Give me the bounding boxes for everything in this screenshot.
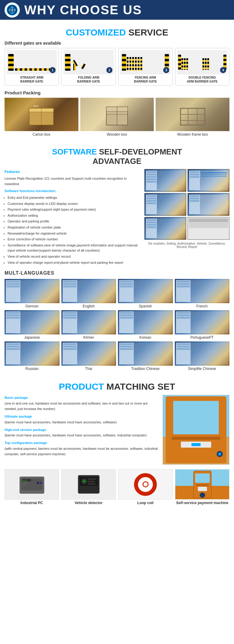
lang-image-thai [61, 341, 116, 366]
page-title: WHY CHOOSE US [24, 3, 142, 17]
lang-image-japanese [5, 310, 60, 334]
gate-label-4: DOUBLE FENCINGARM BARRIER GATE [177, 76, 227, 83]
svg-point-31 [83, 480, 85, 483]
matching-section: PRODUCT MATCHING SET Basic package (one … [0, 374, 234, 508]
gate-num-1: 1 [50, 67, 56, 73]
packing-label-2: Wooden box [80, 132, 154, 137]
software-content: Features License Plate Recognition 121 c… [5, 169, 229, 266]
svg-text:golden: golden [22, 484, 26, 486]
lang-image-russian [5, 341, 60, 366]
matching-title-highlight: PRODUCT [59, 381, 104, 391]
package-basic-title: Basic package [5, 396, 28, 399]
gate-item-3: 3 FENCING ARMBARRIER GATE [118, 48, 173, 86]
package-basic-desc: (one in and one out, hardware must be ac… [5, 402, 148, 411]
lang-image-tradition-chinese [118, 341, 173, 366]
lang-label-german: German [5, 304, 60, 308]
lang-label-japanese: Japanese [5, 335, 60, 340]
service-title: CUSTOMIZED SERVICE [5, 27, 229, 38]
func-item-1: Entry and Exit parameter settings [8, 195, 141, 201]
lang-label-korean: Korean [118, 335, 173, 340]
lang-image-english [61, 279, 116, 303]
lang-item-thai: Thai [61, 341, 116, 371]
func-item-9: Surveillance of software,view of vehicle… [8, 243, 141, 253]
gate-label-2: FOLDING ARMBARRIER GATE [64, 76, 114, 83]
product-image-payment [175, 469, 229, 500]
packing-image-2 [80, 98, 154, 131]
gate-num-3: 3 [163, 67, 169, 73]
lang-label-russian: Russian [5, 367, 60, 371]
lang-label-spanish: Spanish [118, 304, 173, 308]
packing-item-1: BOX Carton box [5, 98, 78, 137]
machine-screen [173, 401, 219, 434]
product-vehicle-detector: Vehicle detector [61, 469, 116, 505]
func-item-10: View of vehicle record and operator reco… [8, 254, 141, 259]
package-ultimate: Ultimate package (barrier must have acce… [5, 414, 160, 425]
screen-thumb-6 [188, 217, 229, 240]
languages-grid: German English Spanish French Japanese [5, 279, 229, 371]
products-grid: 8°×16 1*USB30 golden Industrial PC [5, 469, 229, 505]
languages-section: MULT-LANGUAGES German English Spanish Fr [0, 267, 234, 374]
svg-point-27 [40, 482, 42, 484]
company-logo [5, 2, 20, 18]
product-image-detector [61, 469, 116, 500]
lang-item-portuguese: PortuguesePT [175, 310, 230, 340]
gate-image-3: 3 [120, 50, 170, 74]
screen-caption: Six modules, Setting, Authorization, Veh… [144, 242, 229, 249]
lang-image-spanish [118, 279, 173, 303]
packing-image-1: BOX [5, 98, 78, 131]
lang-item-japanese: Japanese [5, 310, 60, 340]
packing-heading: Product Packing [5, 90, 229, 95]
lang-image-khmer [61, 310, 116, 334]
svg-rect-32 [88, 478, 96, 480]
software-screens: Six modules, Setting, Authorization, Veh… [144, 169, 229, 266]
lang-image-french [175, 279, 230, 303]
lang-item-spanish: Spanish [118, 279, 173, 308]
lang-image-korean [118, 310, 173, 334]
software-title-normal: SELF-DEVELOPMENTADVANTAGE [93, 147, 182, 166]
package-ultimate-desc: (barrier must have accessories, hardware… [5, 420, 117, 424]
page-header: WHY CHOOSE US [0, 0, 234, 20]
svg-rect-33 [88, 481, 95, 482]
func-item-8: Error correction of vehicle number [8, 237, 141, 242]
package-top-desc: (with central payment, barriers must be … [5, 447, 158, 456]
lang-image-portuguese [175, 310, 230, 334]
product-image-pc: 8°×16 1*USB30 golden [5, 469, 59, 500]
software-section: SOFTWARE SELF-DEVELOPMENTADVANTAGE Featu… [0, 138, 234, 267]
lang-item-korean: Korean [118, 310, 173, 340]
packing-item-2: Wooden box [80, 98, 154, 137]
package-highend-desc: (barrier must have accessories, hardware… [5, 433, 147, 437]
product-label-pc: Industrial PC [5, 501, 59, 505]
software-title: SOFTWARE SELF-DEVELOPMENTADVANTAGE [5, 147, 229, 166]
matching-content: Basic package (one in and one out, hardw… [5, 395, 229, 465]
features-label: Features [5, 169, 141, 175]
features-text: License Plate Recognition 121 countries … [5, 176, 141, 187]
func-item-5: Operator and parking profile [8, 219, 141, 224]
gate-image-1: 1 [7, 50, 57, 74]
lang-item-french: French [175, 279, 230, 308]
product-label-payment: Self-service payment machine [175, 501, 229, 505]
svg-point-26 [36, 481, 40, 484]
gate-label-1: STRAIGHT ARMBARRIER GATE [7, 76, 57, 83]
gate-item-2: 2 FOLDING ARMBARRIER GATE [61, 48, 116, 86]
packing-item-3: Wooden frame box [156, 98, 229, 137]
software-functions-list: Entry and Exit parameter settings Custom… [5, 195, 141, 265]
svg-text:8°×16: 8°×16 [22, 480, 26, 481]
func-item-4: Authorization setting [8, 213, 141, 219]
svg-rect-4 [81, 63, 86, 69]
lang-label-tradition-chinese: Tradition Chinese [118, 367, 173, 371]
package-top: Top configuration package (with central … [5, 440, 160, 457]
packing-label-1: Carton box [5, 132, 78, 137]
lang-label-english: English [61, 304, 116, 308]
packing-image-3 [156, 98, 229, 131]
screen-thumb-4 [188, 193, 229, 216]
product-payment-machine: Self-service payment machine [175, 469, 229, 505]
packing-grid: BOX Carton box Wooden box [5, 98, 229, 137]
matching-title-normal: MATCHING SET [104, 381, 175, 391]
screen-thumb-3 [144, 193, 186, 216]
lang-label-french: French [175, 304, 230, 308]
machine-image [163, 395, 229, 465]
package-top-title: Top configuration package [5, 441, 47, 445]
screen-thumb-1 [144, 169, 186, 192]
package-basic: Basic package (one in and one out, hardw… [5, 395, 160, 412]
service-title-highlight: CUSTOMIZED [66, 27, 126, 37]
